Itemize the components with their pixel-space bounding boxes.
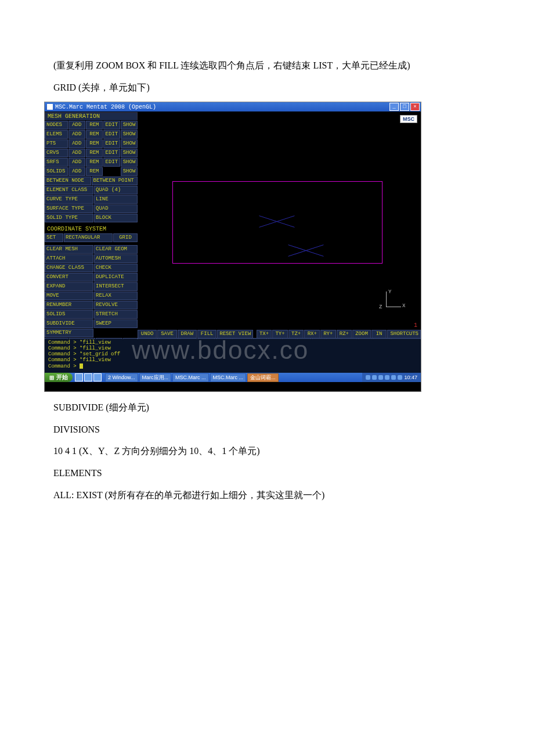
rz-plus-button[interactable]: RZ+ — [337, 330, 352, 339]
fill-button[interactable]: FILL — [197, 330, 217, 339]
doc-paragraph: DIVISIONS — [35, 422, 499, 437]
elems-add-button[interactable]: ADD — [68, 130, 85, 139]
clear-mesh-button[interactable]: CLEAR MESH — [45, 245, 93, 254]
symmetry-button[interactable]: SYMMETRY — [45, 329, 93, 337]
reset-view-button[interactable]: RESET VIEW — [217, 330, 253, 339]
solids-op-button[interactable]: SOLIDS — [45, 310, 93, 319]
axis-triad-icon: Y X Z — [380, 291, 403, 315]
taskbar-item[interactable]: MSC.Marc ... — [210, 373, 247, 382]
ry-plus-button[interactable]: RY+ — [320, 330, 336, 339]
row-label-solids: SOLIDS — [45, 167, 68, 176]
blank — [94, 329, 138, 337]
nodes-show-button[interactable]: SHOW — [121, 121, 138, 129]
crvs-show-button[interactable]: SHOW — [121, 149, 138, 157]
revolve-button[interactable]: REVOLVE — [94, 301, 138, 309]
attach-button[interactable]: ATTACH — [45, 254, 93, 263]
nodes-add-button[interactable]: ADD — [68, 121, 85, 129]
row-label-elems: ELEMS — [45, 130, 68, 139]
pts-rem-button[interactable]: REM — [86, 139, 103, 148]
nodes-edit-button[interactable]: EDIT — [103, 121, 120, 129]
maximize-button[interactable]: □ — [400, 103, 409, 111]
tray-icon[interactable] — [378, 375, 383, 380]
taskbar-item[interactable]: 金山词霸... — [247, 373, 279, 382]
tray-icon[interactable] — [372, 375, 377, 380]
automesh-button[interactable]: AUTOMESH — [94, 254, 138, 263]
window-controls: _ □ × — [389, 103, 420, 111]
relax-button[interactable]: RELAX — [94, 291, 138, 300]
zoom-in-button[interactable]: IN — [371, 330, 387, 339]
subdivide-button[interactable]: SUBDIVIDE — [45, 319, 93, 328]
coord-system-header: COORDINATE SYSTEM — [45, 225, 138, 233]
tz-plus-button[interactable]: TZ+ — [288, 330, 304, 339]
document-page: (重复利用 ZOOM BOX 和 FILL 连续选取四个角点后，右键结束 LIS… — [0, 0, 534, 532]
intersect-button[interactable]: INTERSECT — [94, 282, 138, 291]
clear-geom-button[interactable]: CLEAR GEOM — [94, 245, 138, 254]
pts-add-button[interactable]: ADD — [68, 139, 85, 148]
rx-plus-button[interactable]: RX+ — [304, 330, 320, 339]
app-window: MSC.Marc Mentat 2008 (OpenGL) _ □ × MESH… — [44, 102, 421, 392]
windows-taskbar: ⊞ 开始 2 Window... Marc应用... MSC.Marc ... … — [45, 373, 421, 382]
srfs-add-button[interactable]: ADD — [68, 158, 85, 167]
srfs-edit-button[interactable]: EDIT — [103, 158, 120, 167]
taskbar-item[interactable]: MSC.Marc ... — [172, 373, 209, 382]
save-button[interactable]: SAVE — [157, 330, 176, 339]
tray-icon[interactable] — [385, 375, 389, 380]
start-button[interactable]: ⊞ 开始 — [45, 373, 73, 382]
between-node-button[interactable]: BETWEEN NODE — [45, 177, 91, 185]
minimize-button[interactable]: _ — [389, 103, 399, 111]
ty-plus-button[interactable]: TY+ — [272, 330, 288, 339]
coord-set-button[interactable]: SET — [45, 233, 63, 242]
srfs-rem-button[interactable]: REM — [86, 158, 103, 167]
element-class-label: ELEMENT CLASS — [45, 186, 93, 195]
expand-button[interactable]: EXPAND — [45, 282, 93, 291]
tray-icon[interactable] — [398, 375, 402, 380]
doc-paragraph: 10 4 1 (X、Y、Z 方向分别细分为 10、4、1 个单元) — [35, 444, 499, 459]
tx-plus-button[interactable]: TX+ — [257, 330, 272, 339]
convert-button[interactable]: CONVERT — [45, 273, 93, 282]
close-button[interactable]: × — [410, 103, 420, 111]
renumber-button[interactable]: RENUMBER — [45, 301, 93, 309]
between-point-button[interactable]: BETWEEN POINT — [92, 177, 138, 185]
app-icon[interactable] — [93, 373, 102, 381]
tray-icon[interactable] — [366, 375, 370, 380]
ie-icon[interactable] — [75, 373, 83, 381]
curve-type-label: CURVE TYPE — [45, 195, 93, 204]
solids-show-button[interactable]: SHOW — [121, 167, 138, 176]
surface-type-value[interactable]: QUAD — [94, 204, 138, 213]
element-class-value[interactable]: QUAD (4) — [94, 186, 138, 195]
crvs-edit-button[interactable]: EDIT — [103, 149, 120, 157]
taskbar-item[interactable]: 2 Window... — [105, 373, 138, 382]
doc-paragraph: ELEMENTS — [35, 466, 499, 481]
draw-button[interactable]: DRAW — [178, 330, 197, 339]
coord-type-value[interactable]: RECTANGULAR — [64, 233, 113, 242]
taskbar-item[interactable]: Marc应用... — [139, 373, 172, 382]
crvs-rem-button[interactable]: REM — [86, 149, 103, 157]
solids-rem-button[interactable]: REM — [86, 167, 103, 176]
command-log[interactable]: Command > *fill_view Command > *fill_vie… — [45, 339, 421, 373]
check-button[interactable]: CHECK — [94, 264, 138, 272]
solids-add-button[interactable]: ADD — [68, 167, 85, 176]
move-button[interactable]: MOVE — [45, 291, 93, 300]
pts-edit-button[interactable]: EDIT — [103, 139, 120, 148]
tray-icon[interactable] — [391, 375, 396, 380]
curve-type-value[interactable]: LINE — [94, 195, 138, 204]
srfs-show-button[interactable]: SHOW — [121, 158, 138, 167]
desktop-icon[interactable] — [84, 373, 92, 381]
elems-edit-button[interactable]: EDIT — [103, 130, 120, 139]
elems-rem-button[interactable]: REM — [86, 130, 103, 139]
shortcuts-button[interactable]: SHORTCUTS — [387, 330, 421, 339]
pts-show-button[interactable]: SHOW — [121, 139, 138, 148]
sweep-button[interactable]: SWEEP — [94, 319, 138, 328]
grid-toggle-button[interactable]: GRID — [113, 233, 138, 242]
solid-type-value[interactable]: BLOCK — [94, 214, 138, 222]
stretch-button[interactable]: STRETCH — [94, 310, 138, 319]
crvs-add-button[interactable]: ADD — [68, 149, 85, 157]
model-viewport[interactable]: MSC Y X Z — [138, 111, 421, 330]
cursor-icon — [80, 363, 83, 369]
elems-show-button[interactable]: SHOW — [121, 130, 138, 139]
undo-button[interactable]: UNDO — [138, 330, 157, 339]
duplicate-button[interactable]: DUPLICATE — [94, 273, 138, 282]
axis-z-label: Z — [379, 304, 382, 310]
change-class-button[interactable]: CHANGE CLASS — [45, 264, 93, 272]
nodes-rem-button[interactable]: REM — [86, 121, 103, 129]
